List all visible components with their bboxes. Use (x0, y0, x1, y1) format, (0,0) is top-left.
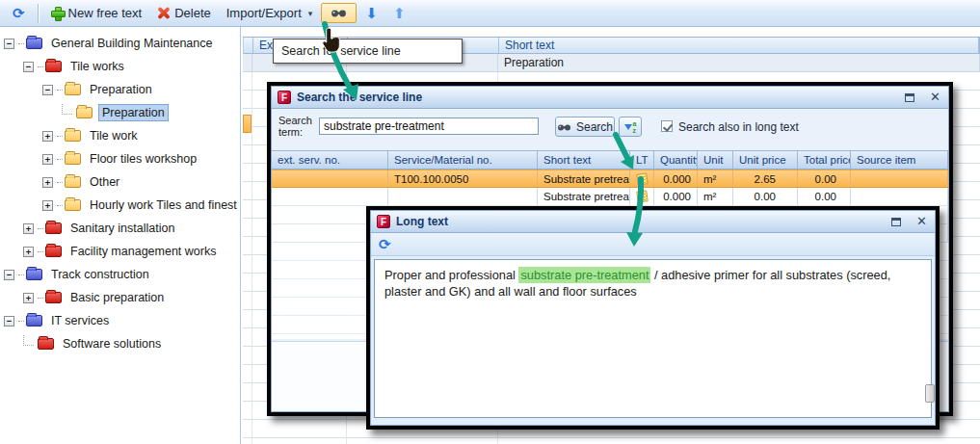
tree-item-hourly-work[interactable]: +Hourly work Tiles and finest (0, 194, 240, 217)
collapse-icon[interactable]: − (4, 39, 14, 49)
expand-icon[interactable]: + (23, 223, 34, 234)
collapse-icon[interactable]: − (4, 270, 14, 280)
collapse-icon[interactable]: − (42, 85, 53, 95)
search-match-highlight: substrate pre-treatment (518, 267, 650, 283)
close-button[interactable]: ✕ (916, 217, 927, 226)
col-unit[interactable]: Unit (698, 151, 733, 169)
folder-icon (76, 107, 93, 118)
cell-quantity: 0.000 (654, 188, 698, 205)
main-toolbar: ⟳ New free text Delete Import/Export▾ ⬇ … (0, 0, 980, 27)
collapse-icon[interactable]: − (23, 62, 34, 72)
long-text-toolbar: ⟳ (371, 233, 935, 256)
tree-item-it-services[interactable]: −IT services (0, 309, 240, 332)
chevron-down-icon: ▾ (308, 9, 313, 18)
cell-quantity: 0.000 (654, 170, 698, 187)
tooltip: Search for service line (273, 39, 463, 64)
folder-icon (65, 130, 81, 142)
maximize-button[interactable] (905, 93, 914, 102)
cell-short-text: Preparation (498, 54, 980, 71)
new-free-text-button[interactable]: New free text (44, 3, 149, 23)
tree-item-sanitary-installation[interactable]: +Sanitary installation (0, 217, 240, 240)
folder-icon (65, 176, 81, 188)
sort-az-icon: az (633, 120, 637, 134)
folder-icon (45, 61, 62, 72)
folder-icon (26, 269, 42, 280)
folder-icon (65, 84, 81, 95)
cell-unit-price: 2.65 (733, 170, 798, 187)
tree-item-tile-works[interactable]: −Tile works (0, 55, 240, 78)
tree-item-preparation[interactable]: −Preparation (0, 78, 240, 101)
cell-unit: m² (698, 170, 733, 187)
down-arrow-icon: ⬇ (365, 5, 378, 22)
long-text-icon[interactable] (636, 172, 649, 185)
expand-icon[interactable]: + (23, 293, 34, 303)
result-row-selected[interactable]: T100.100.0050 Substrate pretreatment 0.0… (272, 170, 948, 188)
results-header-row: ext. serv. no. Service/Material no. Shor… (272, 150, 948, 170)
search-service-line-button[interactable] (321, 3, 357, 23)
selected-tree-label: Preparation (98, 104, 169, 121)
result-row[interactable]: Substrate pretreatment 0.000 m² 0.00 0.0… (272, 188, 948, 206)
col-short-text[interactable]: Short text (538, 151, 630, 169)
folder-icon (65, 199, 81, 211)
import-export-button[interactable]: Import/Export▾ (220, 3, 320, 23)
collapse-icon[interactable]: − (4, 316, 14, 326)
dialog-title: Search the service line (297, 91, 899, 104)
selected-row-marker[interactable] (243, 115, 252, 133)
dialog-titlebar[interactable]: F Long text ✕ (371, 211, 935, 233)
cell-total-price: 0.00 (798, 170, 851, 187)
sort-arrow-icon (624, 124, 632, 130)
col-total-price[interactable]: Total price (798, 151, 851, 169)
col-quantity[interactable]: Quantity (654, 151, 698, 169)
partial-button[interactable] (925, 384, 935, 403)
expand-icon[interactable]: + (42, 131, 53, 142)
expand-icon[interactable]: + (42, 177, 53, 188)
folder-icon (26, 38, 42, 49)
col-lt[interactable]: LT (630, 151, 654, 169)
cell-unit-price: 0.00 (733, 188, 798, 205)
cell-total-price: 0.00 (798, 188, 851, 205)
tree-item-tile-work[interactable]: +Tile work (0, 124, 240, 147)
folder-icon (45, 292, 62, 303)
folder-icon (45, 222, 62, 234)
search-long-text-checkbox[interactable] (661, 120, 673, 132)
col-unit-price[interactable]: Unit price (733, 151, 798, 169)
move-up-button[interactable]: ⬆ (386, 2, 412, 25)
delete-x-icon (157, 7, 170, 19)
toolbar-separator (38, 4, 39, 23)
app-logo-icon: F (377, 215, 390, 228)
expand-icon[interactable]: + (23, 247, 34, 257)
long-text-icon[interactable] (636, 190, 649, 202)
close-button[interactable]: ✕ (930, 92, 940, 102)
col-service-material-no[interactable]: Service/Material no. (388, 151, 538, 169)
refresh-button[interactable]: ⟳ (6, 4, 32, 23)
tree-item-other[interactable]: +Other (0, 170, 240, 194)
expand-icon[interactable]: + (42, 200, 53, 211)
tree-item-general-building-maintenance[interactable]: −General Building Maintenance (0, 32, 240, 55)
up-arrow-icon: ⬆ (393, 5, 406, 22)
tree-item-software-solutions[interactable]: Software solutions (0, 332, 240, 355)
cell-short-text: Substrate pretreatment (538, 188, 630, 205)
col-source-item[interactable]: Source item (851, 151, 948, 169)
cell-material: T100.100.0050 (388, 170, 538, 187)
long-text-content[interactable]: Proper and professional substrate pre-tr… (374, 259, 932, 418)
column-header-short-text[interactable]: Short text (499, 38, 979, 53)
search-input[interactable] (319, 118, 539, 135)
tree-item-facility-management[interactable]: +Facility management works (0, 240, 240, 263)
refresh-icon[interactable]: ⟳ (379, 238, 391, 251)
sort-button[interactable]: az (619, 117, 642, 137)
dialog-titlebar[interactable]: F Search the service line ✕ (272, 87, 948, 109)
plus-icon (51, 7, 64, 19)
tree-item-floor-tiles-workshop[interactable]: +Floor tiles workshop (0, 147, 240, 170)
expand-icon[interactable]: + (42, 154, 53, 165)
move-down-button[interactable]: ⬇ (358, 2, 384, 25)
delete-button[interactable]: Delete (150, 3, 218, 23)
tree-item-track-construction[interactable]: −Track construction (0, 263, 240, 286)
search-controls-row: Search term: Search az Search also in lo… (272, 109, 948, 150)
col-ext-serv-no[interactable]: ext. serv. no. (272, 151, 388, 169)
folder-icon (65, 153, 81, 165)
long-text-dialog: F Long text ✕ ⟳ Proper and professional … (366, 206, 940, 430)
maximize-button[interactable] (891, 218, 901, 226)
tree-item-basic-preparation[interactable]: +Basic preparation (0, 286, 240, 309)
search-button[interactable]: Search (555, 117, 615, 137)
tree-item-preparation-selected[interactable]: Preparation (0, 101, 240, 124)
